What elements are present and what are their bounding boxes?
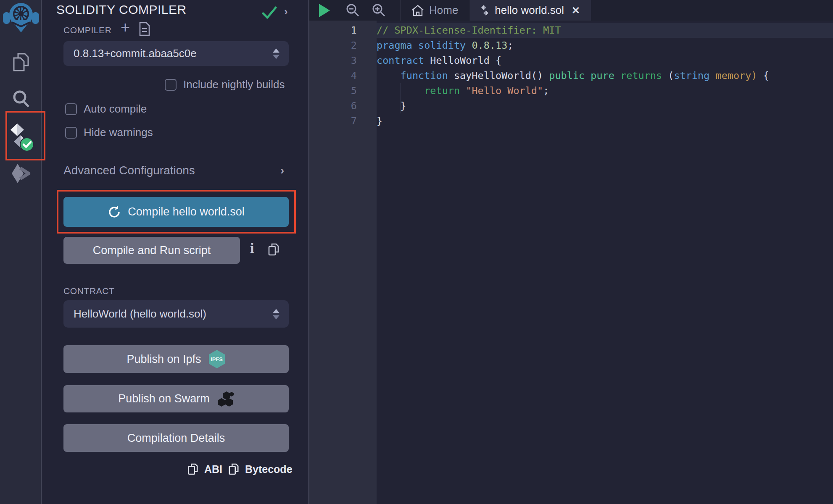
publish-swarm-button[interactable]: Publish on Swarm (63, 385, 289, 412)
contract-section-label: CONTRACT (63, 286, 114, 296)
auto-compile-checkbox[interactable] (65, 103, 77, 115)
compile-button[interactable]: Compile hello world.sol (63, 197, 289, 227)
code-line[interactable]: // SPDX-License-Identifier: MIT (377, 23, 769, 38)
code-line[interactable]: } (377, 113, 769, 129)
solidity-file-icon (480, 5, 490, 16)
home-icon (411, 4, 424, 17)
run-script-info-icon[interactable]: i (250, 240, 254, 256)
copy-bytecode-button[interactable]: Bytecode (228, 463, 293, 475)
panel-title: SOLIDITY COMPILER (56, 3, 187, 17)
nightly-builds-checkbox-row[interactable]: Include nightly builds (165, 78, 285, 91)
contract-select[interactable]: HelloWorld (hello world.sol) (63, 300, 289, 328)
file-explorer-icon[interactable] (0, 51, 42, 73)
bytecode-label: Bytecode (245, 463, 293, 475)
line-number: 6 (309, 98, 357, 113)
compilation-details-button[interactable]: Compilation Details (63, 424, 289, 452)
compiler-section-label: COMPILER (63, 25, 112, 35)
publish-ipfs-label: Publish on Ipfs (127, 353, 201, 366)
play-icon (319, 4, 330, 17)
tab-hello-world-sol[interactable]: hello world.sol ✕ (469, 0, 591, 21)
search-icon[interactable] (0, 88, 42, 110)
nightly-builds-label: Include nightly builds (183, 78, 285, 91)
compile-button-label: Compile hello world.sol (128, 205, 245, 218)
zoom-out-icon (345, 3, 360, 18)
code-lines[interactable]: // SPDX-License-Identifier: MITpragma so… (377, 23, 769, 129)
code-line[interactable]: } (377, 98, 769, 113)
publish-ipfs-button[interactable]: Publish on Ipfs IPFS (63, 345, 289, 373)
line-number: 2 (309, 38, 357, 53)
contract-select-value: HelloWorld (hello world.sol) (74, 307, 206, 320)
editor-tabbar: Home hello world.sol ✕ (309, 0, 833, 21)
tab-home[interactable]: Home (400, 0, 469, 21)
tab-close-icon[interactable]: ✕ (572, 5, 580, 16)
advanced-configurations-chevron-icon[interactable]: › (280, 164, 284, 177)
auto-compile-checkbox-row[interactable]: Auto compile (65, 102, 147, 116)
code-line[interactable]: contract HelloWorld { (377, 53, 769, 68)
advanced-configurations-toggle[interactable]: Advanced Configurations (63, 164, 195, 177)
zoom-in-button[interactable] (366, 0, 392, 21)
indent-guide (401, 83, 401, 113)
line-number: 7 (309, 113, 357, 129)
line-number: 4 (309, 68, 357, 83)
editor-area: Home hello world.sol ✕ 1234567 // SPDX-L… (308, 0, 833, 504)
ipfs-icon: IPFS (208, 349, 226, 369)
line-number: 3 (309, 53, 357, 68)
line-number: 1 (309, 23, 357, 38)
swarm-icon (216, 391, 234, 407)
nightly-builds-checkbox[interactable] (165, 79, 177, 91)
hide-warnings-checkbox-row[interactable]: Hide warnings (65, 126, 153, 139)
compilation-details-label: Compilation Details (127, 432, 225, 445)
code-line[interactable]: return "Hello World"; (377, 83, 769, 98)
solidity-compiler-panel: SOLIDITY COMPILER › COMPILER + 0.8.13+co… (42, 0, 308, 504)
run-script-play-button[interactable] (309, 0, 340, 21)
code-line[interactable]: function sayHelloWorld() public pure ret… (377, 68, 769, 83)
copy-abi-button[interactable]: ABI (187, 463, 222, 475)
hide-warnings-checkbox[interactable] (65, 127, 77, 139)
abi-label: ABI (204, 463, 222, 475)
compiler-version-select[interactable]: 0.8.13+commit.abaa5c0e (63, 41, 289, 66)
copy-script-icon[interactable] (268, 243, 279, 256)
compile-and-run-button[interactable]: Compile and Run script (63, 237, 240, 264)
icon-sidebar (0, 0, 42, 504)
zoom-in-icon (371, 3, 386, 18)
compiler-config-file-icon[interactable] (139, 22, 150, 36)
compiler-version-value: 0.8.13+commit.abaa5c0e (74, 47, 197, 60)
solidity-compiler-icon[interactable] (0, 123, 42, 152)
line-numbers: 1234567 (309, 23, 357, 129)
deploy-run-icon[interactable] (0, 162, 42, 185)
select-arrows-icon (273, 309, 279, 319)
panel-collapse-chevron-icon[interactable]: › (284, 5, 288, 18)
code-line[interactable]: pragma solidity 0.8.13; (377, 38, 769, 53)
add-compiler-icon[interactable]: + (121, 18, 130, 37)
line-number: 5 (309, 83, 357, 98)
compile-and-run-label: Compile and Run script (93, 244, 211, 257)
zoom-out-button[interactable] (340, 0, 366, 21)
copy-icon (228, 463, 239, 475)
compile-success-check-icon (262, 6, 277, 19)
auto-compile-label: Auto compile (84, 102, 147, 116)
remix-logo (0, 2, 42, 34)
select-arrows-icon (273, 48, 279, 59)
refresh-icon (108, 205, 121, 219)
publish-swarm-label: Publish on Swarm (118, 392, 210, 405)
hide-warnings-label: Hide warnings (84, 126, 153, 139)
copy-icon (187, 463, 198, 475)
